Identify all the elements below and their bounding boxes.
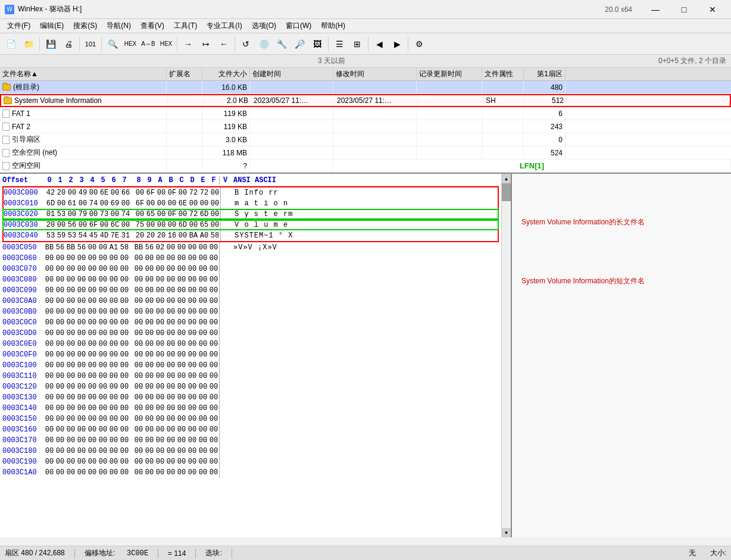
file-attr-svi: SH xyxy=(483,95,525,106)
scroll-thumb[interactable] xyxy=(502,183,511,201)
minimize-button[interactable]: ― xyxy=(642,0,669,19)
menu-help[interactable]: 帮助(H) xyxy=(316,19,350,33)
close-button[interactable]: ✕ xyxy=(699,0,726,19)
open-button[interactable]: 📁 xyxy=(20,36,37,52)
hex-byte-17-10: 00 xyxy=(155,371,165,381)
hex-search-button[interactable]: HEX xyxy=(122,36,139,52)
hex-row-14[interactable]: 0003C0E000000000000000000000000000000000 xyxy=(2,339,499,349)
menu-nav[interactable]: 导航(N) xyxy=(102,19,136,33)
list-button[interactable]: ☰ xyxy=(331,36,348,52)
hex-byte-10-8: 00 xyxy=(133,296,144,306)
hex-row-22[interactable]: 0003C16000000000000000000000000000000000 xyxy=(2,424,499,435)
filelist-row-slack[interactable]: 空闲空间 ? LFN[1] xyxy=(0,159,731,173)
hex-row-9[interactable]: 0003C09000000000000000000000000000000000 xyxy=(2,285,499,296)
hex-row-4[interactable]: 0003C04053595354454D7E312020201600BAA058… xyxy=(2,230,499,242)
tools2-button[interactable]: 🔧 xyxy=(273,36,290,52)
menu-file[interactable]: 文件(F) xyxy=(2,19,35,33)
text-search-button[interactable]: A↔B xyxy=(140,36,157,52)
hex-row-23[interactable]: 0003C17000000000000000000000000000000000 xyxy=(2,435,499,446)
hex-byte-10-3: 00 xyxy=(76,296,87,306)
menu-pro-tools[interactable]: 专业工具(I) xyxy=(202,19,246,33)
hex-byte-20-14: 00 xyxy=(198,403,208,414)
menu-view[interactable]: 查看(V) xyxy=(136,19,169,33)
copy-button[interactable]: 101 xyxy=(82,36,99,52)
prev-button[interactable]: ◀ xyxy=(371,36,388,52)
menu-search[interactable]: 搜索(S) xyxy=(68,19,102,33)
hex-row-26[interactable]: 0003C1A000000000000000000000000000000000 xyxy=(2,467,499,478)
disk-button[interactable]: 💿 xyxy=(255,36,272,52)
hex-row-13[interactable]: 0003C0D000000000000000000000000000000000 xyxy=(2,328,499,339)
hex-row-3[interactable]: 0003C030200056006F006C00750000006D006500… xyxy=(2,220,499,230)
col-header-record[interactable]: 记录更新时间 xyxy=(417,68,482,80)
hex-byte-16-11: 00 xyxy=(165,360,176,371)
hex-row-6[interactable]: 0003C06000000000000000000000000000000000 xyxy=(2,253,499,264)
menubar: 文件(F) 编辑(E) 搜索(S) 导航(N) 查看(V) 工具(T) 专业工具… xyxy=(0,19,731,33)
photo-button[interactable]: 🖼 xyxy=(309,36,326,52)
col-header-sector[interactable]: 第1扇区 xyxy=(524,68,566,80)
hex-byte-15-10: 00 xyxy=(155,349,165,360)
scrollbar[interactable]: ▲ ▼ xyxy=(501,174,511,537)
hex-byte-8-7: 00 xyxy=(119,274,130,285)
nav-left-button[interactable]: ← xyxy=(215,36,232,52)
hex-row-7[interactable]: 0003C07000000000000000000000000000000000 xyxy=(2,264,499,274)
col-header-name[interactable]: 文件名称▲ xyxy=(0,68,167,80)
hex-row-18[interactable]: 0003C12000000000000000000000000000000000 xyxy=(2,381,499,392)
hex-byte-5-2: BB xyxy=(65,242,76,253)
filelist-row-svi[interactable]: System Volume Information 2.0 KB 2023/05… xyxy=(0,94,731,107)
next-button[interactable]: ▶ xyxy=(389,36,405,52)
save-button[interactable]: 💾 xyxy=(42,36,59,52)
hex-row-10[interactable]: 0003C0A000000000000000000000000000000000 xyxy=(2,296,499,306)
scroll-down[interactable]: ▼ xyxy=(502,528,511,537)
filelist-row-boot[interactable]: 引导扇区 3.0 KB 0 xyxy=(0,133,731,146)
hex-row-0[interactable]: 0003C00042200049006E0066006F000F00727200… xyxy=(2,186,499,198)
nav-right2-button[interactable]: ↦ xyxy=(198,36,214,52)
hex-byte-23-8: 00 xyxy=(133,435,144,446)
menu-options[interactable]: 选项(O) xyxy=(247,19,281,33)
menu-window[interactable]: 窗口(W) xyxy=(281,19,316,33)
new-button[interactable]: 📄 xyxy=(2,36,19,52)
hex-byte-20-11: 00 xyxy=(165,403,176,414)
scroll-up[interactable]: ▲ xyxy=(502,174,511,183)
menu-tools[interactable]: 工具(T) xyxy=(169,19,202,33)
refresh-button[interactable]: ↺ xyxy=(238,36,254,52)
hex-row-12[interactable]: 0003C0C000000000000000000000000000000000 xyxy=(2,317,499,328)
grid-button[interactable]: ⊞ xyxy=(349,36,366,52)
filelist-row-fat1[interactable]: FAT 1 119 KB 6 xyxy=(0,107,731,120)
hex-row-16[interactable]: 0003C10000000000000000000000000000000000 xyxy=(2,360,499,371)
hex-row-25[interactable]: 0003C19000000000000000000000000000000000 xyxy=(2,456,499,467)
eye-button[interactable]: 🔎 xyxy=(291,36,308,52)
hex-row-21[interactable]: 0003C15000000000000000000000000000000000 xyxy=(2,414,499,424)
col-header-size[interactable]: 文件大小 xyxy=(202,68,250,80)
filelist-row-root[interactable]: (根目录) 16.0 KB 480 xyxy=(0,81,731,94)
col-header-ext[interactable]: 扩展名 xyxy=(167,68,202,80)
hex-byte-6-13: 00 xyxy=(187,253,198,264)
print-button[interactable]: 🖨 xyxy=(60,36,77,52)
hex-byte-16-1: 00 xyxy=(55,360,65,371)
maximize-button[interactable]: □ xyxy=(670,0,698,19)
filelist-row-fat2[interactable]: FAT 2 119 KB 243 xyxy=(0,120,731,133)
col-header-modified[interactable]: 修改时间 xyxy=(333,68,417,80)
search2-button[interactable]: HEX xyxy=(158,36,174,52)
filelist-row-free[interactable]: 空余空间 (net) 118 MB 524 xyxy=(0,146,731,159)
hex-row-20[interactable]: 0003C14000000000000000000000000000000000 xyxy=(2,403,499,414)
hex-byte-1-4: 74 xyxy=(88,198,99,209)
hex-v-26 xyxy=(219,467,231,478)
hex-row-15[interactable]: 0003C0F000000000000000000000000000000000 xyxy=(2,349,499,360)
hex-row-5[interactable]: 0003C050BB56BB560000A158BB56020000000000… xyxy=(2,242,499,253)
hex-v-24 xyxy=(219,446,231,456)
hex-row-8[interactable]: 0003C08000000000000000000000000000000000 xyxy=(2,274,499,285)
hex-byte-24-3: 00 xyxy=(76,446,87,456)
hex-byte-5-9: 56 xyxy=(144,242,155,253)
hex-row-24[interactable]: 0003C18000000000000000000000000000000000 xyxy=(2,446,499,456)
menu-edit[interactable]: 编辑(E) xyxy=(35,19,68,33)
nav-right-button[interactable]: → xyxy=(180,36,196,52)
settings-button[interactable]: ⚙ xyxy=(411,36,427,52)
col-header-attr[interactable]: 文件属性 xyxy=(482,68,524,80)
col-header-created[interactable]: 创建时间 xyxy=(250,68,333,80)
hex-row-17[interactable]: 0003C11000000000000000000000000000000000 xyxy=(2,371,499,381)
hex-row-11[interactable]: 0003C0B000000000000000000000000000000000 xyxy=(2,306,499,317)
hex-row-19[interactable]: 0003C13000000000000000000000000000000000 xyxy=(2,392,499,403)
hex-row-1[interactable]: 0003C0106D006100740069006F0000006E000000… xyxy=(2,198,499,209)
search-button[interactable]: 🔍 xyxy=(104,36,121,52)
hex-row-2[interactable]: 0003C02001530079007300740065000F00726D00… xyxy=(2,209,499,220)
